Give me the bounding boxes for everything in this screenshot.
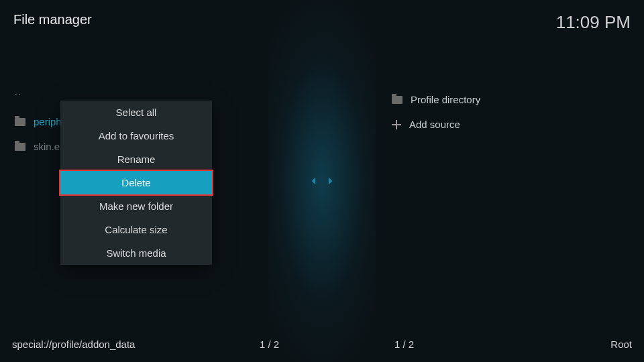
context-item-calculate-size[interactable]: Calculate size — [60, 218, 212, 241]
context-item-rename[interactable]: Rename — [60, 147, 212, 171]
context-item-delete[interactable]: Delete — [60, 171, 212, 194]
header: File manager 11:09 PM — [13, 12, 631, 33]
footer: special://profile/addon_data 1 / 2 1 / 2… — [0, 339, 644, 350]
plus-icon — [392, 120, 401, 129]
file-row[interactable]: Add source — [389, 112, 632, 137]
root-label: Root — [610, 339, 632, 350]
context-item-add-favourites[interactable]: Add to favourites — [60, 124, 212, 147]
left-pane-count: 1 / 2 — [260, 339, 279, 350]
right-pane-count: 1 / 2 — [394, 339, 414, 350]
clock: 11:09 PM — [556, 12, 631, 33]
context-item-select-all[interactable]: Select all — [60, 101, 212, 124]
folder-icon — [15, 143, 25, 151]
context-item-switch-media[interactable]: Switch media — [60, 241, 212, 265]
context-item-new-folder[interactable]: Make new folder — [60, 194, 212, 218]
context-menu: Select all Add to favourites Rename Dele… — [60, 101, 212, 265]
file-label: Profile directory — [411, 94, 629, 105]
file-label: Add source — [409, 119, 629, 130]
file-row[interactable]: Profile directory — [389, 87, 632, 112]
right-pane: Profile directory Add source — [322, 87, 644, 137]
folder-icon — [392, 96, 402, 104]
breadcrumb-path: special://profile/addon_data — [12, 339, 135, 350]
transfer-arrows-icon — [309, 174, 335, 188]
page-title: File manager — [13, 12, 92, 27]
folder-icon — [15, 118, 25, 126]
